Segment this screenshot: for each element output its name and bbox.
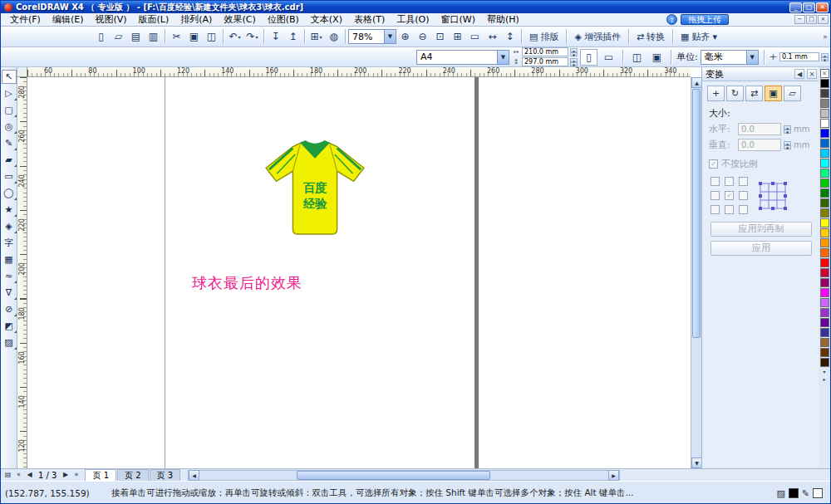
horizontal-scrollbar[interactable]: ◀ ▶ xyxy=(188,470,620,481)
paste-button[interactable]: ◫ xyxy=(203,28,220,45)
color-swatch[interactable] xyxy=(820,318,829,327)
paper-preset-select[interactable]: A4 ▼ xyxy=(416,50,509,65)
zoom-page-button[interactable]: ▭ xyxy=(466,28,484,45)
export-button[interactable]: ↥ xyxy=(284,28,302,45)
palette-flyout-button[interactable]: ▸ xyxy=(820,375,829,383)
zoom-in-button[interactable]: ⊕ xyxy=(396,28,414,45)
menu-item-文[interactable]: 文件(F) xyxy=(4,12,47,27)
menu-item-位[interactable]: 位图(B) xyxy=(262,12,305,27)
color-swatch[interactable] xyxy=(820,139,829,148)
app-launcher-button[interactable]: ⊞▾ xyxy=(307,28,325,45)
color-swatch[interactable] xyxy=(820,348,829,357)
anchor-checkbox[interactable] xyxy=(711,177,720,186)
transform-rotate-button[interactable]: ↻ xyxy=(726,86,744,101)
freehand-tool[interactable]: ✎ xyxy=(2,136,17,150)
first-page-button[interactable]: « xyxy=(13,470,24,481)
zoom-tool[interactable]: ◎ xyxy=(2,120,17,134)
portrait-button[interactable]: ▯ xyxy=(580,49,597,66)
apply-all-pages-button[interactable]: ◫ xyxy=(628,49,646,66)
anchor-checkbox[interactable] xyxy=(725,205,734,214)
upload-icon[interactable]: ⇧ xyxy=(666,14,677,25)
anchor-checkbox[interactable] xyxy=(725,177,734,186)
paper-width-field[interactable]: ↔ 210.0 mm ▲▼ xyxy=(512,47,578,56)
anchor-checkbox[interactable] xyxy=(739,177,748,186)
docker-close-button[interactable]: × xyxy=(807,69,817,79)
maximize-button[interactable]: □ xyxy=(803,2,815,12)
convert-button[interactable]: ⇄转换 xyxy=(632,28,670,45)
vertical-ruler[interactable]: 280260240220200180160140120 xyxy=(17,77,27,468)
basic-shapes-tool[interactable]: ◈ xyxy=(2,219,17,233)
no-color-swatch[interactable]: ✕ xyxy=(820,69,829,78)
vertical-field[interactable]: 0.0 xyxy=(738,139,781,151)
color-swatch[interactable] xyxy=(820,288,829,297)
transform-scale-button[interactable]: ⇄ xyxy=(745,86,763,101)
docker-collapse-button[interactable]: ◀ xyxy=(794,69,804,79)
caption-text[interactable]: 球衣最后的效果 xyxy=(192,273,302,293)
menu-item-编[interactable]: 编辑(E) xyxy=(47,12,90,27)
paper-height-field[interactable]: ↕ 297.0 mm ▲▼ xyxy=(512,57,578,66)
horizontal-ruler[interactable]: 6080100120140160180200220240260280300320… xyxy=(27,67,691,77)
ruler-origin-button[interactable] xyxy=(17,67,27,77)
transform-skew-button[interactable]: ▱ xyxy=(784,86,801,101)
page-tab-页2[interactable]: 页 2 xyxy=(117,469,149,481)
interactive-fill-tool[interactable]: ▨ xyxy=(2,335,17,350)
zoom-page-height-button[interactable]: ↕ xyxy=(501,28,519,45)
outline-tool[interactable]: ⊘ xyxy=(2,302,17,316)
color-swatch[interactable] xyxy=(820,308,829,317)
drag-upload-button[interactable]: 拖拽上传 xyxy=(681,14,729,25)
redo-button[interactable]: ↷▾ xyxy=(243,28,261,45)
color-swatch[interactable] xyxy=(820,298,829,307)
color-swatch[interactable] xyxy=(820,358,829,367)
copy-button[interactable]: ▣ xyxy=(185,28,203,45)
open-button[interactable]: ▱ xyxy=(110,28,127,45)
document-minimize-button[interactable]: − xyxy=(794,15,805,24)
next-page-button[interactable]: ▶ xyxy=(60,470,71,481)
zoom-page-width-button[interactable]: ↔ xyxy=(484,28,501,45)
horizontal-field[interactable]: 0.0 xyxy=(738,123,781,135)
toolbar-overflow-button[interactable]: » xyxy=(820,28,830,45)
color-swatch[interactable] xyxy=(820,338,829,347)
paper-height-spinner[interactable]: ▲▼ xyxy=(570,58,578,66)
color-swatch[interactable] xyxy=(820,119,829,128)
layout-button[interactable]: ▤排版 xyxy=(524,28,563,45)
table-tool[interactable]: ▦ xyxy=(2,252,17,267)
anchor-checkbox[interactable] xyxy=(711,205,720,214)
transform-size-button[interactable]: ▣ xyxy=(765,86,782,101)
color-swatch[interactable] xyxy=(820,89,829,98)
transform-position-button[interactable]: + xyxy=(707,86,725,101)
nudge-spinner[interactable]: ▲▼ xyxy=(821,53,829,61)
anchor-checkbox[interactable] xyxy=(739,191,748,200)
zoom-selected-button[interactable]: ⊡ xyxy=(431,28,449,45)
color-swatch[interactable] xyxy=(820,159,829,168)
menu-item-视[interactable]: 视图(V) xyxy=(89,12,132,27)
menu-item-帮[interactable]: 帮助(H) xyxy=(481,12,525,27)
save-button[interactable]: ▤ xyxy=(127,28,145,45)
polygon-tool[interactable]: ★ xyxy=(2,203,17,217)
vertical-scroll-thumb[interactable] xyxy=(692,89,701,338)
apply-current-page-button[interactable]: ▣ xyxy=(648,49,666,66)
text-tool[interactable]: 字 xyxy=(2,236,17,250)
close-button[interactable]: ✕ xyxy=(816,2,829,12)
page-tab-页1[interactable]: 页 1 xyxy=(85,469,116,481)
shape-tool[interactable]: ▷ xyxy=(2,86,17,100)
paper-width-spinner[interactable]: ▲▼ xyxy=(570,48,578,56)
welcome-screen-button[interactable]: ◍ xyxy=(325,28,342,45)
color-swatch[interactable] xyxy=(820,99,829,108)
horizontal-scroll-thumb[interactable] xyxy=(297,471,490,480)
color-swatch[interactable] xyxy=(820,228,829,237)
eyedropper-tool[interactable]: ∇ xyxy=(2,286,17,300)
palette-scroll-down-button[interactable]: ▾ xyxy=(820,368,829,375)
blend-tool[interactable]: ≈ xyxy=(2,269,17,283)
color-swatch[interactable] xyxy=(820,179,829,188)
fill-tool[interactable]: ◩ xyxy=(2,319,17,333)
zoom-level-select[interactable]: 78% ▼ xyxy=(348,29,396,44)
color-swatch[interactable] xyxy=(820,79,829,88)
smart-fill-tool[interactable]: ▰ xyxy=(2,153,17,167)
vertical-scrollbar[interactable]: ▲ ▼ xyxy=(691,77,701,468)
pick-tool[interactable]: ↖ xyxy=(2,70,17,84)
menu-item-版[interactable]: 版面(L) xyxy=(133,12,175,27)
drawing-surface[interactable]: 百度 经验 球衣最后的效果 xyxy=(27,77,691,468)
color-swatch[interactable] xyxy=(820,198,829,208)
crop-tool[interactable]: ▢ xyxy=(2,103,17,117)
menu-item-文[interactable]: 文本(X) xyxy=(305,12,348,27)
